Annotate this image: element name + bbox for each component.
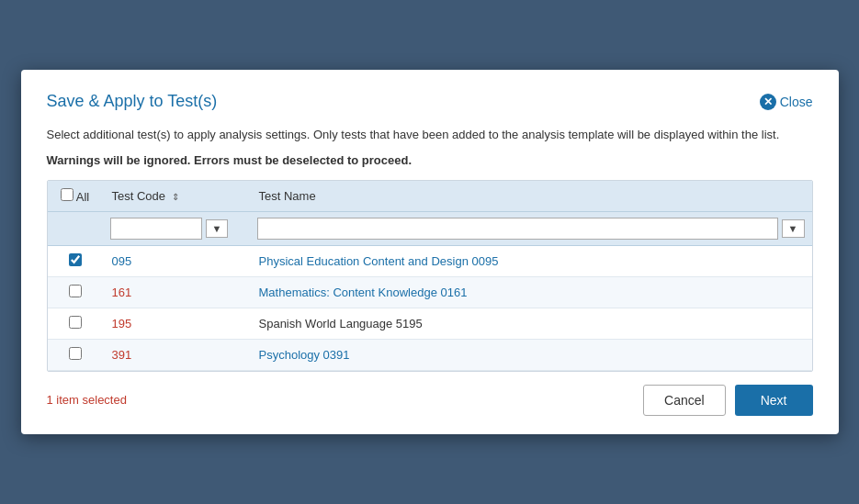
modal-title: Save & Apply to Test(s) bbox=[47, 92, 218, 111]
test-table-container: All Test Code ⇕ Test Name bbox=[47, 180, 813, 372]
filter-code-cell: ▼ bbox=[103, 211, 250, 245]
row-test-code: 161 bbox=[103, 276, 250, 308]
table-body: 095Physical Education Content and Design… bbox=[48, 245, 812, 370]
warning-text: Warnings will be ignored. Errors must be… bbox=[47, 153, 813, 167]
row-test-name: Physical Education Content and Design 00… bbox=[250, 245, 812, 276]
row-test-code: 095 bbox=[103, 245, 250, 276]
test-code-filter-input[interactable] bbox=[110, 218, 202, 240]
row-checkbox-cell[interactable] bbox=[48, 339, 103, 370]
table-row: 095Physical Education Content and Design… bbox=[48, 245, 812, 276]
filter-icon: ▼ bbox=[212, 223, 222, 234]
save-apply-modal: Save & Apply to Test(s) ✕ Close Select a… bbox=[21, 70, 839, 434]
table-row: 161Mathematics: Content Knowledge 0161 bbox=[48, 276, 812, 308]
table-header-row: All Test Code ⇕ Test Name bbox=[48, 181, 812, 212]
sort-icon: ⇕ bbox=[172, 192, 179, 202]
col-all-header[interactable]: All bbox=[48, 181, 103, 212]
selected-count: 1 item selected bbox=[47, 393, 127, 407]
next-button[interactable]: Next bbox=[735, 385, 813, 416]
test-name-filter-input[interactable] bbox=[257, 218, 778, 240]
test-name-filter-button[interactable]: ▼ bbox=[782, 219, 805, 238]
close-label: Close bbox=[780, 95, 813, 109]
footer-buttons: Cancel Next bbox=[643, 385, 812, 416]
filter-name-cell: ▼ bbox=[250, 211, 812, 245]
table-row: 195Spanish World Language 5195 bbox=[48, 308, 812, 339]
test-table: All Test Code ⇕ Test Name bbox=[48, 181, 812, 371]
row-test-code: 391 bbox=[103, 339, 250, 370]
row-test-name: Psychology 0391 bbox=[250, 339, 812, 370]
select-all-checkbox[interactable] bbox=[61, 188, 73, 201]
row-checkbox-3[interactable] bbox=[69, 347, 82, 360]
modal-footer: 1 item selected Cancel Next bbox=[47, 385, 813, 416]
row-checkbox-2[interactable] bbox=[69, 316, 82, 329]
col-test-code-header[interactable]: Test Code ⇕ bbox=[103, 181, 250, 212]
modal-header: Save & Apply to Test(s) ✕ Close bbox=[47, 92, 813, 111]
filter-icon-2: ▼ bbox=[788, 223, 798, 234]
row-test-code: 195 bbox=[103, 308, 250, 339]
row-checkbox-cell[interactable] bbox=[48, 245, 103, 276]
test-code-filter-button[interactable]: ▼ bbox=[206, 219, 229, 238]
row-checkbox-cell[interactable] bbox=[48, 276, 103, 308]
table-row: 391Psychology 0391 bbox=[48, 339, 812, 370]
row-checkbox-cell[interactable] bbox=[48, 308, 103, 339]
row-test-name: Spanish World Language 5195 bbox=[250, 308, 812, 339]
filter-empty-cell bbox=[48, 211, 103, 245]
row-checkbox-1[interactable] bbox=[69, 285, 82, 297]
col-test-name-header: Test Name bbox=[250, 181, 812, 212]
row-test-name: Mathematics: Content Knowledge 0161 bbox=[250, 276, 812, 308]
filter-row: ▼ ▼ bbox=[48, 211, 812, 245]
close-button[interactable]: ✕ Close bbox=[760, 94, 813, 110]
cancel-button[interactable]: Cancel bbox=[643, 385, 726, 416]
description-text: Select additional test(s) to apply analy… bbox=[47, 126, 813, 144]
row-checkbox-0[interactable] bbox=[69, 253, 82, 266]
close-icon: ✕ bbox=[760, 94, 776, 110]
